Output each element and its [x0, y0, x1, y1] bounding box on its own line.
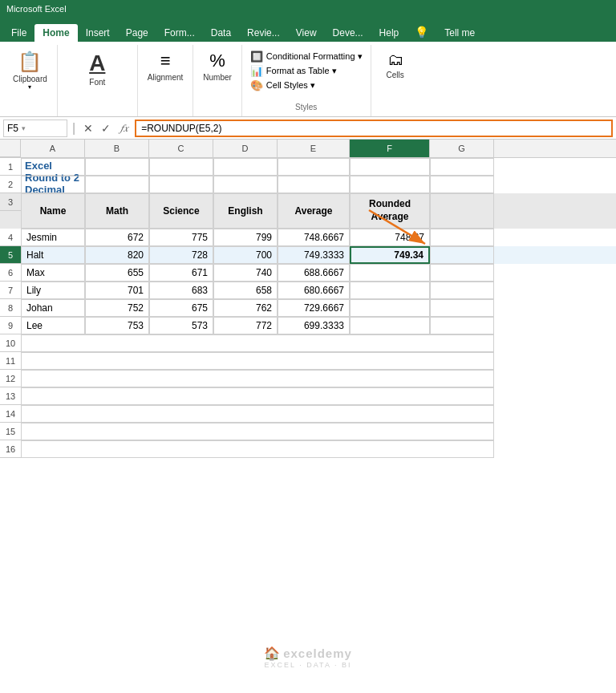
- format-as-table-button[interactable]: 📊 Format as Table ▾: [247, 64, 340, 78]
- cell-e3[interactable]: Average: [278, 193, 350, 229]
- row-header-3[interactable]: 3: [0, 193, 21, 211]
- row-14-cells[interactable]: [21, 405, 494, 423]
- font-button[interactable]: A Font: [81, 48, 113, 89]
- cell-f6[interactable]: [350, 264, 430, 282]
- col-header-g[interactable]: G: [430, 140, 494, 157]
- cell-c6[interactable]: 671: [149, 264, 213, 282]
- cell-b9[interactable]: 753: [85, 317, 149, 334]
- cell-a1[interactable]: Excel Round to 2 Decimal Places: [21, 158, 85, 176]
- row-header-13[interactable]: 13: [0, 387, 21, 405]
- row-13-cells[interactable]: [21, 387, 494, 405]
- cells-button[interactable]: 🗂 Cells: [379, 48, 411, 82]
- cell-b6[interactable]: 655: [85, 264, 149, 282]
- tab-page[interactable]: Page: [118, 24, 156, 42]
- row-header-15[interactable]: 15: [0, 423, 21, 440]
- cell-e7[interactable]: 680.6667: [278, 282, 350, 299]
- cell-d1[interactable]: [213, 158, 278, 176]
- cell-b3[interactable]: Math: [85, 193, 149, 229]
- tab-help[interactable]: Help: [371, 24, 407, 42]
- cell-b7[interactable]: 701: [85, 282, 149, 299]
- cell-e4[interactable]: 748.6667: [278, 229, 350, 246]
- cell-e9[interactable]: 699.3333: [278, 317, 350, 334]
- row-header-14[interactable]: 14: [0, 405, 21, 423]
- cell-a7[interactable]: Lily: [21, 282, 85, 299]
- col-header-e[interactable]: E: [278, 140, 350, 157]
- row-header-7[interactable]: 7: [0, 282, 21, 299]
- conditional-formatting-button[interactable]: 🔲 Conditional Formatting ▾: [247, 50, 366, 63]
- cell-e5[interactable]: 749.3333: [278, 246, 350, 264]
- col-header-f[interactable]: F: [350, 140, 430, 157]
- row-12-cells[interactable]: [21, 370, 494, 387]
- cell-c8[interactable]: 675: [149, 299, 213, 317]
- row-15-cells[interactable]: [21, 423, 494, 440]
- cell-a6[interactable]: Max: [21, 264, 85, 282]
- row-header-4[interactable]: 4: [0, 229, 21, 246]
- row-header-16[interactable]: 16: [0, 440, 21, 458]
- cell-b1[interactable]: [85, 158, 149, 176]
- cell-a5[interactable]: Halt: [21, 246, 85, 264]
- tab-view[interactable]: View: [288, 24, 325, 42]
- row-header-6[interactable]: 6: [0, 264, 21, 282]
- formula-input[interactable]: =ROUNDUP(E5,2): [135, 120, 613, 137]
- cell-d2[interactable]: [213, 176, 278, 193]
- row-header-12[interactable]: 12: [0, 370, 21, 387]
- col-header-b[interactable]: B: [85, 140, 149, 157]
- name-box[interactable]: F5 ▾: [3, 120, 67, 137]
- cell-e8[interactable]: 729.6667: [278, 299, 350, 317]
- tab-formulas[interactable]: Form...: [156, 24, 203, 42]
- tab-home[interactable]: Home: [34, 24, 77, 42]
- cell-a3[interactable]: Name: [21, 193, 85, 229]
- alignment-button[interactable]: ≡ Alignment: [143, 48, 188, 84]
- cell-g3[interactable]: [430, 193, 494, 229]
- row-header-5[interactable]: 5: [0, 246, 21, 264]
- cell-d7[interactable]: 658: [213, 282, 278, 299]
- cell-f8[interactable]: [350, 299, 430, 317]
- cell-d9[interactable]: 772: [213, 317, 278, 334]
- cell-g9[interactable]: [430, 317, 494, 334]
- tab-lightbulb[interactable]: 💡: [407, 22, 436, 42]
- cell-d6[interactable]: 740: [213, 264, 278, 282]
- tab-file[interactable]: File: [3, 24, 34, 42]
- formula-cancel-button[interactable]: ✕: [80, 120, 96, 136]
- row-header-11[interactable]: 11: [0, 352, 21, 370]
- cell-styles-button[interactable]: 🎨 Cell Styles ▾: [247, 79, 318, 92]
- cell-f4[interactable]: 748.67: [350, 229, 430, 246]
- cell-b5[interactable]: 820: [85, 246, 149, 264]
- cell-e1[interactable]: [278, 158, 350, 176]
- cell-f5[interactable]: 749.34: [350, 246, 430, 264]
- cell-a4[interactable]: Jesmin: [21, 229, 85, 246]
- clipboard-button[interactable]: 📋 Clipboard ▾: [8, 48, 52, 93]
- formula-enter-button[interactable]: ✓: [98, 120, 114, 136]
- tab-developer[interactable]: Deve...: [325, 24, 371, 42]
- tab-tellme[interactable]: Tell me: [436, 24, 483, 42]
- row-16-cells[interactable]: [21, 440, 494, 458]
- cell-c2[interactable]: [149, 176, 213, 193]
- row-header-8[interactable]: 8: [0, 299, 21, 317]
- cell-d8[interactable]: 762: [213, 299, 278, 317]
- row-header-1[interactable]: 1: [0, 158, 21, 176]
- cell-g4[interactable]: [430, 229, 494, 246]
- cell-d5[interactable]: 700: [213, 246, 278, 264]
- cell-f7[interactable]: [350, 282, 430, 299]
- cell-e2[interactable]: [278, 176, 350, 193]
- cell-g7[interactable]: [430, 282, 494, 299]
- cell-f9[interactable]: [350, 317, 430, 334]
- col-header-d[interactable]: D: [213, 140, 278, 157]
- row-header-10[interactable]: 10: [0, 334, 21, 352]
- cell-g8[interactable]: [430, 299, 494, 317]
- tab-data[interactable]: Data: [203, 24, 239, 42]
- row-11-cells[interactable]: [21, 352, 494, 370]
- cell-g5[interactable]: [430, 246, 494, 264]
- cell-c1[interactable]: [149, 158, 213, 176]
- cell-g1[interactable]: [430, 158, 494, 176]
- col-header-c[interactable]: C: [149, 140, 213, 157]
- cell-a2[interactable]: [21, 176, 85, 193]
- cell-a8[interactable]: Johan: [21, 299, 85, 317]
- col-header-a[interactable]: A: [21, 140, 85, 157]
- cell-c4[interactable]: 775: [149, 229, 213, 246]
- number-button[interactable]: % Number: [198, 48, 237, 84]
- cell-e6[interactable]: 688.6667: [278, 264, 350, 282]
- cell-f1[interactable]: [350, 158, 430, 176]
- cell-d4[interactable]: 799: [213, 229, 278, 246]
- cell-c3[interactable]: Science: [149, 193, 213, 229]
